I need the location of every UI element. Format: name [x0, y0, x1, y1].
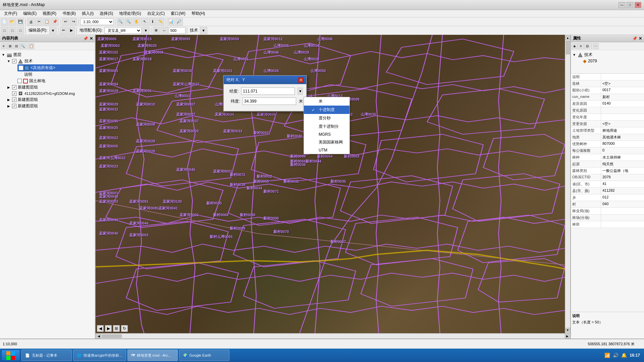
- menu-help[interactable]: 帮助(H): [189, 10, 208, 17]
- tree-item-group2[interactable]: ▶ 新建图层组: [7, 97, 94, 103]
- list-view-btn2[interactable]: ⊞: [7, 43, 13, 49]
- tb-sketch1[interactable]: ✏: [60, 27, 67, 34]
- taskbar-arcgis-help[interactable]: 🌐 快速将arcgis中的坐标...: [73, 350, 126, 361]
- checkbox-group2[interactable]: [12, 98, 16, 102]
- tb-geo-tool1[interactable]: ⊕: [153, 27, 160, 34]
- tree-item-guotu[interactable]: 国土林地: [17, 78, 94, 84]
- scroll-down-btn[interactable]: ▼: [566, 328, 570, 333]
- attr-tb-btn2[interactable]: ≡: [578, 43, 584, 49]
- attr-tb-btn3[interactable]: ⊟: [584, 43, 590, 49]
- notification-icon[interactable]: 🔔: [621, 353, 627, 358]
- tb-ed3[interactable]: □: [17, 27, 24, 34]
- attr-tree-jishu[interactable]: ▼ 技术: [572, 52, 643, 58]
- tb-geo-menu[interactable]: ▼: [142, 27, 150, 34]
- scroll-thumb-h[interactable]: [102, 335, 122, 338]
- tb-identify[interactable]: ℹ: [149, 18, 156, 25]
- dropdown-item-utm[interactable]: UTM: [304, 146, 350, 154]
- attr-tree-2079[interactable]: ▶ ◆ 2079: [578, 58, 643, 64]
- dropdown-item-usng[interactable]: 美国国家格网: [304, 138, 350, 146]
- tb-ed2[interactable]: □: [9, 27, 16, 34]
- menu-window[interactable]: 窗口(W): [168, 10, 188, 17]
- list-view-btn4[interactable]: 🔍: [20, 43, 26, 49]
- scroll-up-btn[interactable]: ▲: [566, 36, 570, 40]
- map-scrollbar-horizontal[interactable]: ◀ ▶: [96, 333, 570, 339]
- tb-ed1[interactable]: □: [1, 27, 8, 34]
- scroll-right-btn[interactable]: ▶: [565, 334, 570, 339]
- menu-geoprocess[interactable]: 地理处理(G): [116, 10, 144, 17]
- expand-group2[interactable]: ▶: [7, 98, 11, 102]
- checkbox-image[interactable]: [12, 92, 16, 96]
- scroll-left-btn[interactable]: ◀: [96, 334, 101, 339]
- menu-select[interactable]: 选择(S): [97, 10, 116, 17]
- taskbar-notepad[interactable]: 📄 无标题 - 记事本: [21, 350, 72, 361]
- list-view-btn3[interactable]: ⊟: [13, 43, 19, 49]
- tree-item-group1[interactable]: ▶ 新建图层组: [7, 84, 94, 90]
- tb-zoom-in[interactable]: 🔍: [117, 18, 124, 25]
- list-view-btn1[interactable]: ≡: [1, 43, 7, 49]
- expand-group1[interactable]: ▶: [7, 85, 11, 89]
- window-controls[interactable]: — □ ✕: [619, 2, 641, 8]
- attr-tb-btn1[interactable]: ◈: [572, 43, 578, 49]
- dropdown-item-mgrs[interactable]: MGRS: [304, 131, 350, 138]
- expand-icon[interactable]: ▼: [1, 53, 5, 57]
- tree-item-layers[interactable]: ▼ 图层: [1, 52, 94, 58]
- tb-measure[interactable]: 📏: [157, 18, 164, 25]
- close-button[interactable]: ✕: [635, 2, 641, 8]
- tb-paste[interactable]: 📌: [51, 18, 59, 25]
- tb-editor-menu[interactable]: ▼: [49, 27, 57, 34]
- taskbar-google-earth[interactable]: 🌍 Google Earth: [179, 350, 229, 361]
- dropdown-item-dms[interactable]: 度分秒: [304, 114, 350, 122]
- expand-jishu[interactable]: ▼: [7, 59, 11, 63]
- tb-open[interactable]: 📂: [9, 18, 16, 25]
- map-area[interactable]: 孟家河0005 孟家河8015 孟家河0093 孟家河0059 孟家河8012 …: [96, 35, 565, 333]
- tree-item-image[interactable]: ▶ 🖼 4112822014TH1+gf1DOM.img: [7, 90, 94, 97]
- menu-edit[interactable]: 编辑(E): [20, 10, 39, 17]
- tb-select[interactable]: ↖: [141, 18, 148, 25]
- coord-dialog-close-button[interactable]: ✕: [298, 77, 304, 83]
- menu-file[interactable]: 文件(F): [1, 10, 20, 17]
- tb-find[interactable]: 🔎: [175, 18, 183, 25]
- tb-cut[interactable]: ✂: [35, 18, 43, 25]
- layer-selector[interactable]: 灵宝县_tif4: [105, 27, 142, 34]
- tb-redo[interactable]: ↪: [70, 18, 77, 25]
- checkbox-guotu[interactable]: [17, 79, 22, 83]
- maximize-button[interactable]: □: [627, 2, 633, 8]
- attr-close-btn[interactable]: ✕: [639, 36, 642, 41]
- dropdown-item-ddm[interactable]: 度十进制分: [304, 122, 350, 131]
- speed-input[interactable]: [169, 27, 185, 34]
- tree-item-jishu[interactable]: ▼ 技术: [7, 58, 94, 64]
- tb-geo-tool2[interactable]: ↔: [161, 27, 168, 34]
- list-view-btn5[interactable]: 📋: [28, 43, 34, 49]
- tb-undo[interactable]: ↩: [62, 18, 69, 25]
- tb-save[interactable]: 💾: [17, 18, 24, 25]
- tree-item-other-values[interactable]: <其他所有值>: [17, 64, 94, 71]
- menu-bookmark[interactable]: 书签(B): [60, 10, 78, 17]
- dropdown-item-meters[interactable]: 米: [304, 97, 350, 106]
- tree-item-shuoming[interactable]: 说明: [17, 71, 94, 78]
- longitude-dropdown-btn[interactable]: ▼: [298, 87, 303, 95]
- checkbox-jishu[interactable]: [12, 59, 16, 63]
- tb-new[interactable]: 📄: [1, 18, 8, 25]
- menu-customize[interactable]: 自定义(C): [145, 10, 168, 17]
- map-scrollbar-vertical[interactable]: ▲ ▼: [565, 35, 570, 333]
- nav-next-extent[interactable]: ▶: [105, 325, 112, 332]
- tb-pan[interactable]: ✋: [133, 18, 140, 25]
- tb-attr-table[interactable]: 📊: [167, 18, 175, 25]
- menu-insert[interactable]: 插入(I): [79, 10, 96, 17]
- tb-print[interactable]: 🖨: [27, 18, 35, 25]
- scroll-track-h[interactable]: [101, 334, 565, 338]
- latitude-input[interactable]: [243, 98, 296, 105]
- minimize-button[interactable]: —: [619, 2, 625, 8]
- nav-prev-extent[interactable]: ◀: [97, 325, 104, 332]
- system-clock[interactable]: 16:17: [630, 353, 640, 358]
- close-btn[interactable]: ✕: [90, 36, 93, 41]
- tb-copy[interactable]: 📋: [43, 18, 51, 25]
- tb-sketch2[interactable]: ▶: [68, 27, 75, 34]
- dropdown-item-decimal[interactable]: ✓ 十进制度: [304, 106, 350, 114]
- nav-full-extent[interactable]: ⊞: [113, 325, 120, 332]
- nav-refresh[interactable]: ↻: [121, 325, 128, 332]
- start-button[interactable]: [1, 350, 20, 361]
- tree-item-group3[interactable]: ▶ 新建图层组: [7, 103, 94, 109]
- attr-pin-btn[interactable]: 📌: [632, 36, 637, 41]
- taskbar-arcmap[interactable]: 🗺 林地变更.mxd - Arc...: [127, 350, 178, 361]
